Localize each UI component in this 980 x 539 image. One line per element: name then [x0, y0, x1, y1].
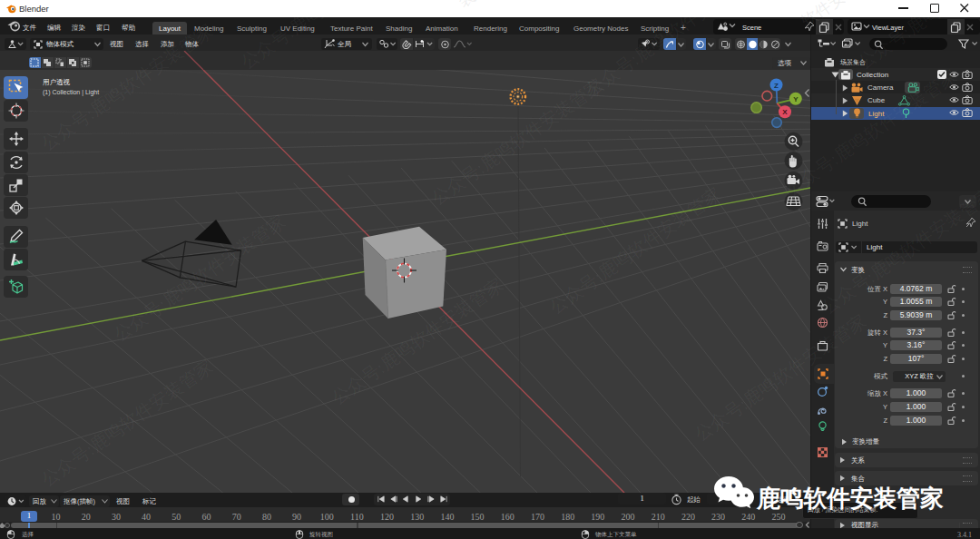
svg-text:X: X: [782, 108, 788, 116]
svg-text:Z: Z: [774, 82, 779, 90]
svg-text:Y: Y: [793, 95, 799, 103]
